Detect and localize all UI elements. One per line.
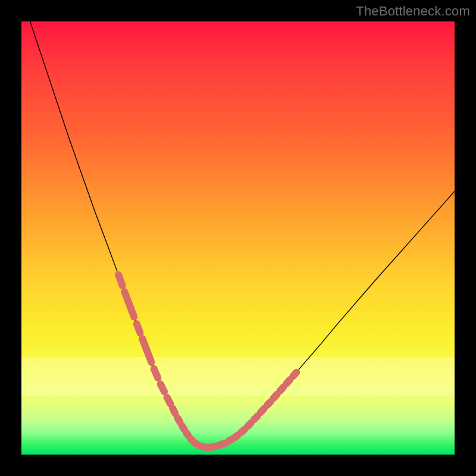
- chart-svg: [21, 21, 455, 455]
- segment-group-left: [118, 275, 202, 446]
- segment-right-10: [274, 394, 277, 399]
- segment-left-3: [142, 339, 151, 362]
- segment-right-8: [261, 409, 264, 413]
- segment-right-11: [280, 387, 284, 391]
- segment-right-12: [287, 380, 290, 384]
- segment-left-5: [161, 384, 165, 392]
- segment-bottom: [202, 446, 208, 447]
- chart-frame: TheBottleneck.com: [0, 0, 476, 476]
- segment-group-right: [208, 372, 296, 448]
- segment-left-6: [167, 397, 171, 404]
- segment-left-2: [137, 324, 140, 333]
- segment-left-1: [124, 292, 134, 317]
- segment-right-7: [254, 416, 258, 419]
- segment-left-7: [173, 408, 175, 414]
- segment-right-1: [214, 446, 219, 447]
- chart-plot-area: [21, 21, 455, 455]
- segment-right-6: [248, 423, 251, 427]
- segment-left-0: [118, 275, 123, 286]
- segment-right-9: [267, 402, 271, 405]
- segment-left-10: [186, 433, 188, 436]
- segment-left-8: [177, 418, 180, 422]
- segment-right-3: [228, 440, 231, 442]
- segment-right-2: [221, 443, 225, 444]
- segment-right-5: [241, 430, 245, 433]
- segment-left-9: [182, 426, 184, 430]
- bottleneck-curve-line: [30, 21, 455, 447]
- segment-right-13: [293, 372, 296, 377]
- segment-right-4: [234, 435, 238, 437]
- watermark-text: TheBottleneck.com: [356, 4, 470, 19]
- segment-left-4: [154, 369, 158, 378]
